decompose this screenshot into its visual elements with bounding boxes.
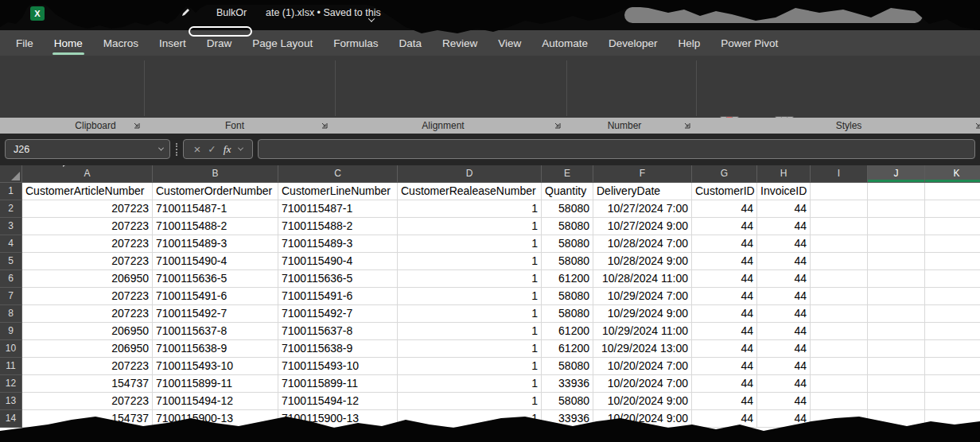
tab-power-pivot[interactable]: Power Pivot bbox=[721, 37, 778, 49]
cell-B7[interactable]: 7100115491-6 bbox=[153, 288, 278, 305]
cell-G10[interactable]: 44 bbox=[692, 340, 757, 358]
cell-K13[interactable] bbox=[925, 393, 980, 410]
cell-J5[interactable] bbox=[868, 253, 925, 270]
cell-G11[interactable]: 44 bbox=[692, 358, 757, 375]
tab-draw[interactable]: Draw bbox=[207, 37, 232, 49]
cell-E7[interactable]: 58080 bbox=[542, 288, 593, 305]
cell-G3[interactable]: 44 bbox=[692, 218, 757, 235]
cell-A12[interactable]: 154737 bbox=[22, 375, 153, 393]
cell-F11[interactable]: 10/20/2024 7:00 bbox=[593, 358, 692, 375]
styles-dialog-launcher[interactable] bbox=[974, 121, 980, 130]
cell-C1[interactable]: CustomerLineNumber bbox=[278, 183, 398, 200]
cell-H8[interactable]: 44 bbox=[757, 305, 811, 323]
cell-D9[interactable]: 1 bbox=[398, 323, 542, 340]
cell-D11[interactable]: 1 bbox=[398, 358, 542, 375]
cell-B12[interactable]: 7100115899-11 bbox=[153, 375, 278, 393]
cell-I10[interactable] bbox=[811, 340, 868, 358]
cell-E6[interactable]: 61200 bbox=[542, 270, 593, 288]
cell-F6[interactable]: 10/28/2024 11:00 bbox=[593, 270, 692, 288]
cell-K6[interactable] bbox=[925, 270, 980, 288]
cell-I4[interactable] bbox=[811, 235, 868, 253]
cell-H9[interactable]: 44 bbox=[757, 323, 811, 340]
cell-K10[interactable] bbox=[925, 340, 980, 358]
cell-E5[interactable]: 58080 bbox=[542, 253, 593, 270]
cell-F7[interactable]: 10/29/2024 7:00 bbox=[593, 288, 692, 305]
cell-G6[interactable]: 44 bbox=[692, 270, 757, 288]
cell-B4[interactable]: 7100115489-3 bbox=[153, 235, 278, 253]
cell-J6[interactable] bbox=[868, 270, 925, 288]
cell-K9[interactable] bbox=[925, 323, 980, 340]
cell-F10[interactable]: 10/29/2024 13:00 bbox=[593, 340, 692, 358]
cell-K8[interactable] bbox=[925, 305, 980, 323]
cell-A1[interactable]: CustomerArticleNumber bbox=[22, 183, 153, 200]
cell-G5[interactable]: 44 bbox=[692, 253, 757, 270]
cell-D6[interactable]: 1 bbox=[398, 270, 542, 288]
cell-I1[interactable] bbox=[811, 183, 868, 200]
tab-developer[interactable]: Developer bbox=[609, 37, 658, 49]
cell-G9[interactable]: 44 bbox=[692, 323, 757, 340]
cell-C4[interactable]: 7100115489-3 bbox=[278, 235, 398, 253]
cell-K3[interactable] bbox=[925, 218, 980, 235]
tab-data[interactable]: Data bbox=[399, 37, 422, 49]
cell-G12[interactable]: 44 bbox=[692, 375, 757, 393]
formula-bar-drag-handle[interactable] bbox=[176, 143, 177, 156]
cell-J3[interactable] bbox=[868, 218, 925, 235]
cell-A11[interactable]: 207223 bbox=[22, 358, 153, 375]
cell-F12[interactable]: 10/20/2024 7:00 bbox=[593, 375, 692, 393]
cell-C9[interactable]: 7100115637-8 bbox=[278, 323, 398, 340]
cell-B6[interactable]: 7100115636-5 bbox=[153, 270, 278, 288]
cell-C7[interactable]: 7100115491-6 bbox=[278, 288, 398, 305]
cell-B13[interactable]: 7100115494-12 bbox=[153, 393, 278, 410]
cell-C5[interactable]: 7100115490-4 bbox=[278, 253, 398, 270]
cell-E12[interactable]: 33936 bbox=[542, 375, 593, 393]
row-header-13[interactable]: 13 bbox=[0, 393, 22, 410]
cell-B10[interactable]: 7100115638-9 bbox=[153, 340, 278, 358]
number-dialog-launcher[interactable] bbox=[682, 121, 691, 130]
cell-J2[interactable] bbox=[868, 200, 925, 218]
column-header-K[interactable]: K bbox=[925, 165, 980, 183]
cell-J12[interactable] bbox=[868, 375, 925, 393]
cell-J10[interactable] bbox=[868, 340, 925, 358]
cell-G14[interactable]: 44 bbox=[692, 410, 757, 428]
cell-E10[interactable]: 61200 bbox=[542, 340, 593, 358]
formula-input[interactable] bbox=[258, 139, 975, 159]
cell-B1[interactable]: CustomerOrderNumber bbox=[153, 183, 278, 200]
tab-help[interactable]: Help bbox=[679, 37, 701, 49]
row-header-2[interactable]: 2 bbox=[0, 200, 22, 218]
cell-B11[interactable]: 7100115493-10 bbox=[153, 358, 278, 375]
cell-C6[interactable]: 7100115636-5 bbox=[278, 270, 398, 288]
cell-E13[interactable]: 58080 bbox=[542, 393, 593, 410]
cell-A10[interactable]: 206950 bbox=[22, 340, 153, 358]
cell-D10[interactable]: 1 bbox=[398, 340, 542, 358]
cell-H6[interactable]: 44 bbox=[757, 270, 811, 288]
font-dialog-launcher[interactable] bbox=[320, 121, 329, 130]
row-header-8[interactable]: 8 bbox=[0, 305, 22, 323]
cell-H11[interactable]: 44 bbox=[757, 358, 811, 375]
cell-F3[interactable]: 10/27/2024 9:00 bbox=[593, 218, 692, 235]
cell-H1[interactable]: InvoiceID bbox=[757, 183, 811, 200]
row-header-14[interactable]: 14 bbox=[0, 410, 22, 428]
cell-H2[interactable]: 44 bbox=[757, 200, 811, 218]
cell-D13[interactable]: 1 bbox=[398, 393, 542, 410]
cell-J7[interactable] bbox=[868, 288, 925, 305]
tab-automate[interactable]: Automate bbox=[542, 37, 588, 49]
cell-E9[interactable]: 61200 bbox=[542, 323, 593, 340]
cell-B2[interactable]: 7100115487-1 bbox=[153, 200, 278, 218]
cell-E2[interactable]: 58080 bbox=[542, 200, 593, 218]
cell-G4[interactable]: 44 bbox=[692, 235, 757, 253]
row-header-6[interactable]: 6 bbox=[0, 270, 22, 288]
cell-D7[interactable]: 1 bbox=[398, 288, 542, 305]
column-header-B[interactable]: B bbox=[153, 165, 278, 183]
row-header-7[interactable]: 7 bbox=[0, 288, 22, 305]
cell-E1[interactable]: Quantity bbox=[542, 183, 593, 200]
cell-B8[interactable]: 7100115492-7 bbox=[153, 305, 278, 323]
cell-F9[interactable]: 10/29/2024 11:00 bbox=[593, 323, 692, 340]
row-header-9[interactable]: 9 bbox=[0, 323, 22, 340]
column-header-H[interactable]: H bbox=[757, 165, 811, 183]
cell-G1[interactable]: CustomerID bbox=[692, 183, 757, 200]
cell-J9[interactable] bbox=[868, 323, 925, 340]
cell-F8[interactable]: 10/29/2024 9:00 bbox=[593, 305, 692, 323]
column-header-E[interactable]: E bbox=[542, 165, 593, 183]
cell-E11[interactable]: 58080 bbox=[542, 358, 593, 375]
cell-I7[interactable] bbox=[811, 288, 868, 305]
